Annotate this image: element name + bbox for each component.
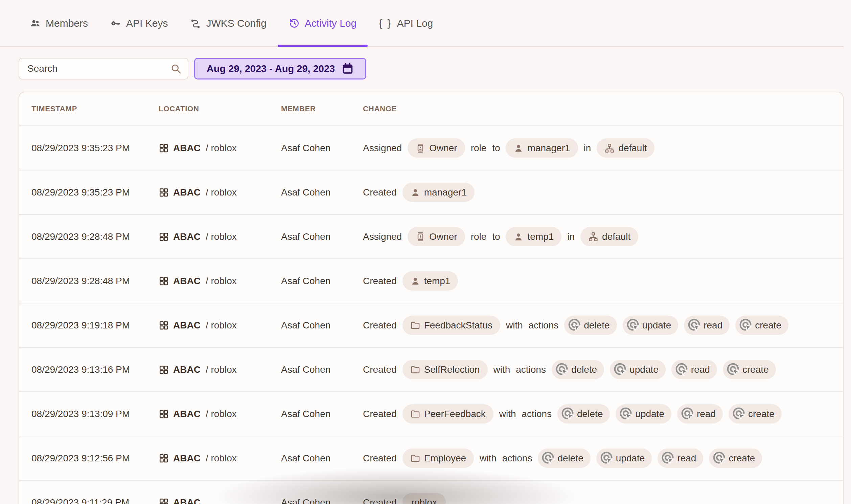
change-badge: roblox [402, 493, 446, 504]
location-cell: ABAC/ roblox [159, 231, 281, 242]
cursor-click-icon [712, 451, 727, 466]
change-badge: FeedbackStatus [402, 316, 500, 335]
change-text: Created [363, 276, 397, 287]
timestamp-cell: 08/29/2023 9:13:09 PM [32, 409, 159, 419]
change-cell: CreatedSelfRelectionwith actionsdeleteup… [363, 360, 843, 379]
timestamp-cell: 08/29/2023 9:11:29 PM [32, 497, 159, 504]
cursor-click-icon [660, 451, 676, 466]
column-header-member: MEMBER [281, 105, 363, 113]
change-badge: update [596, 449, 652, 468]
location-cell: ABAC/ roblox [159, 409, 281, 419]
change-badge: read [657, 449, 703, 468]
table-row: 08/29/2023 9:19:18 PMABAC/ robloxAsaf Co… [19, 303, 843, 348]
column-header-timestamp: TIMESTAMP [32, 105, 159, 113]
badge-label: create [748, 409, 775, 419]
badge-label: delete [557, 453, 583, 464]
table-row: 08/29/2023 9:11:29 PMABACAsaf CohenCreat… [19, 481, 843, 504]
location-name: ABAC [173, 364, 201, 375]
badge-label: FeedbackStatus [424, 320, 492, 331]
change-badge: default [580, 227, 638, 246]
change-text: in [567, 231, 575, 242]
grid-icon [159, 498, 169, 504]
change-text: with actions [499, 409, 552, 419]
change-text: Assigned [363, 143, 402, 154]
change-cell: CreatedPeerFeedbackwith actionsdeleteupd… [363, 404, 843, 424]
tab-members[interactable]: Members [19, 0, 99, 46]
user-icon [410, 276, 420, 286]
tab-activity-log[interactable]: Activity Log [278, 0, 368, 46]
change-badge: create [728, 404, 782, 424]
change-badge: manager1 [506, 138, 578, 158]
badge-label: roblox [411, 497, 437, 504]
badge-label: read [691, 364, 710, 375]
location-path: / roblox [206, 453, 237, 464]
cursor-click-icon [738, 318, 754, 333]
table-row: 08/29/2023 9:13:16 PMABAC/ robloxAsaf Co… [19, 348, 843, 392]
grid-icon [159, 320, 169, 330]
location-path: / roblox [206, 364, 237, 375]
cursor-click-icon [560, 406, 576, 422]
change-badge: temp1 [402, 271, 458, 291]
change-badge: PeerFeedback [402, 404, 493, 424]
badge-label: update [635, 409, 664, 419]
change-cell: Createdtemp1 [363, 271, 843, 291]
table-body: 08/29/2023 9:35:23 PMABAC/ robloxAsaf Co… [19, 126, 843, 504]
change-text: Created [363, 187, 397, 198]
member-cell: Asaf Cohen [281, 276, 363, 287]
change-cell: CreatedFeedbackStatuswith actionsdeleteu… [363, 316, 843, 335]
route-icon [190, 18, 201, 29]
change-cell: AssignedOwnerrole totemp1indefault [363, 227, 843, 246]
table-row: 08/29/2023 9:28:48 PMABAC/ robloxAsaf Co… [19, 259, 843, 303]
location-path: / roblox [206, 231, 237, 242]
change-badge: update [623, 316, 678, 335]
location-cell: ABAC/ roblox [159, 320, 281, 331]
location-path: / roblox [206, 409, 237, 419]
cursor-click-icon [567, 318, 583, 333]
tab-api-keys[interactable]: API Keys [99, 0, 179, 46]
change-badge: temp1 [506, 227, 561, 246]
table-row: 08/29/2023 9:35:23 PMABAC/ robloxAsaf Co… [19, 126, 843, 170]
cursor-click-icon [599, 451, 615, 466]
change-badge: delete [538, 449, 590, 468]
change-cell: AssignedOwnerrole tomanager1indefault [363, 138, 843, 158]
grid-icon [159, 187, 169, 198]
history-icon [289, 18, 300, 29]
search-input[interactable] [19, 58, 188, 79]
change-badge: Owner [408, 138, 465, 158]
tab-api-log[interactable]: { }API Log [368, 0, 444, 46]
member-cell: Asaf Cohen [281, 497, 363, 504]
braces-icon: { } [379, 17, 392, 30]
location-name: ABAC [173, 409, 201, 419]
badge-label: create [755, 320, 781, 331]
timestamp-cell: 08/29/2023 9:12:56 PM [32, 453, 159, 464]
search-field-wrapper [19, 58, 188, 79]
date-range-button[interactable]: Aug 29, 2023 - Aug 29, 2023 [194, 58, 366, 79]
cursor-click-icon [680, 406, 696, 422]
badge-label: Employee [424, 453, 467, 464]
folder-icon [410, 320, 420, 330]
grid-icon [159, 365, 169, 375]
cursor-click-icon [726, 362, 741, 378]
member-cell: Asaf Cohen [281, 143, 363, 154]
change-text: with actions [479, 453, 532, 464]
location-cell: ABAC/ roblox [159, 453, 281, 464]
folder-icon [410, 453, 420, 463]
location-path: / roblox [206, 276, 237, 287]
badge-label: delete [571, 364, 597, 375]
change-badge: SelfRelection [402, 360, 488, 379]
badge-label: manager1 [424, 187, 467, 198]
member-cell: Asaf Cohen [281, 453, 363, 464]
change-badge: read [671, 360, 717, 379]
grid-icon [159, 409, 169, 419]
tab-label: JWKS Config [206, 18, 266, 29]
member-cell: Asaf Cohen [281, 364, 363, 375]
column-header-change: CHANGE [363, 105, 843, 113]
change-badge: delete [552, 360, 604, 379]
change-text: Created [363, 453, 397, 464]
org-icon [604, 143, 615, 153]
change-badge: delete [557, 404, 610, 424]
cursor-click-icon [613, 362, 629, 378]
calendar-icon [342, 62, 354, 75]
location-cell: ABAC/ roblox [159, 276, 281, 287]
tab-jwks-config[interactable]: JWKS Config [179, 0, 277, 46]
